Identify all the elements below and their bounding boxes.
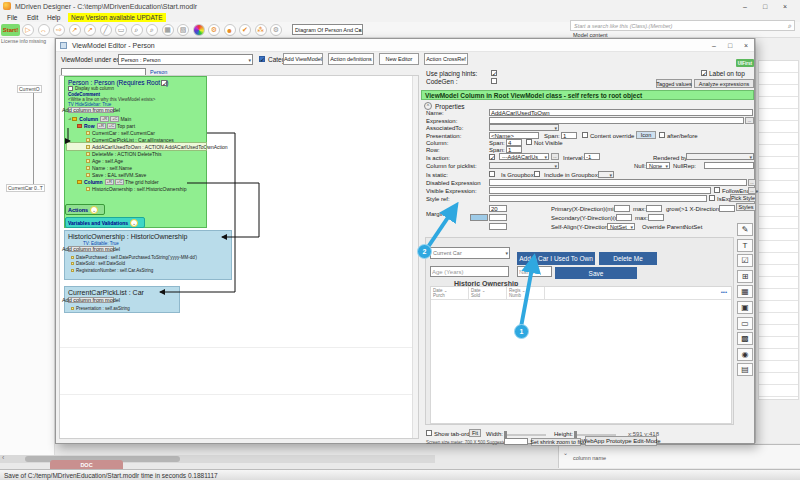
requires-root-checkbox[interactable]: [161, 80, 167, 86]
tree-item[interactable]: DeleteMe : ACTION DeleteThis: [67, 150, 206, 157]
picklist-panel[interactable]: CurrentCarPickList : Car Add column from…: [64, 286, 180, 313]
secondary-min-input[interactable]: [616, 214, 632, 221]
app-close-button[interactable]: ×: [777, 1, 793, 11]
editor-maximize-button[interactable]: □: [722, 40, 738, 50]
canvas-vscrollbar[interactable]: [412, 76, 418, 438]
search-box[interactable]: Start a search like this (Class).(Member…: [570, 20, 795, 31]
nullrep-input[interactable]: [704, 162, 754, 169]
button-icon[interactable]: ▭: [737, 317, 753, 330]
follow-enable-checkbox[interactable]: [714, 187, 720, 193]
add-column-badge[interactable]: +C: [107, 123, 116, 129]
zoom-out-icon[interactable]: ⌕: [146, 24, 158, 36]
secondary-max-input[interactable]: [648, 214, 664, 221]
network-icon[interactable]: ⁂: [255, 24, 267, 36]
image-icon[interactable]: ▩: [737, 332, 753, 345]
variables-expander-icon[interactable]: ⌄: [130, 219, 138, 227]
tree-item[interactable]: HistoricOwnership : self.HistoricOwnersh…: [67, 185, 206, 192]
editor-minimize-button[interactable]: –: [706, 40, 722, 50]
combobox-icon[interactable]: ⊞: [737, 270, 753, 283]
color-wheel-icon[interactable]: [193, 24, 205, 36]
text-icon[interactable]: T: [737, 239, 753, 252]
action-definitions-button[interactable]: Action definitions: [328, 53, 374, 65]
add-viewmodel-button[interactable]: Add ViewModel: [283, 53, 323, 65]
tree-item[interactable]: CurrentCarPickList : Car.allInstances: [67, 136, 206, 143]
tree-item[interactable]: Name : self.Name: [67, 164, 206, 171]
update-banner[interactable]: New Version available UPDATE: [68, 13, 166, 22]
start-button[interactable]: Start!: [1, 24, 20, 36]
menu-help[interactable]: Help: [47, 14, 60, 21]
app-maximize-button[interactable]: □: [757, 1, 773, 11]
column-dropdown-icon[interactable]: ⌄: [563, 449, 568, 456]
grid-column-header[interactable]: Regis ⌄Numb: [507, 287, 545, 299]
include-groupbox-combo[interactable]: [598, 171, 614, 178]
tree-expander-icon[interactable]: ⊿: [68, 116, 71, 121]
picklist-combo[interactable]: [489, 162, 559, 169]
use-placing-hints-checkbox[interactable]: [491, 70, 497, 76]
action-ellipsis-button[interactable]: ...: [551, 153, 559, 160]
rendered-by-combo[interactable]: [686, 153, 754, 160]
camera-icon[interactable]: ◉: [737, 348, 753, 361]
is-static-checkbox[interactable]: [489, 171, 495, 177]
margin-right-input[interactable]: [489, 214, 507, 221]
diagram-selector[interactable]: Diagram Of Person And Car: [292, 24, 363, 35]
grid-column-header[interactable]: Date ⌄Sold: [469, 287, 507, 299]
picklist-add-column-button[interactable]: Add column from model: [68, 297, 114, 303]
add-row-badge[interactable]: +R: [100, 116, 109, 122]
fit-button[interactable]: Fit: [469, 429, 481, 437]
styles-button[interactable]: Styles: [736, 203, 756, 211]
scroll-left-icon[interactable]: ‹: [2, 454, 4, 461]
grid-icon[interactable]: ▦: [162, 24, 174, 36]
under-edit-combo[interactable]: Person : Person: [118, 54, 253, 65]
run-play-icon[interactable]: ▷: [22, 24, 34, 36]
add-row-badge[interactable]: +R: [97, 123, 106, 129]
show-tab-order-checkbox[interactable]: [426, 430, 432, 436]
root-viewmodel-panel[interactable]: Person : Person (Requires Root) Display …: [64, 76, 207, 228]
not-visible-checkbox[interactable]: [526, 139, 532, 145]
display-sub-column-checkbox[interactable]: [68, 86, 73, 91]
name-preview-input[interactable]: [517, 266, 552, 277]
primary-min-input[interactable]: [614, 205, 630, 212]
margin-bottom-input[interactable]: [489, 223, 507, 230]
delete-me-button[interactable]: Delete Me: [599, 252, 657, 265]
age-input[interactable]: [430, 266, 509, 277]
presentation-input[interactable]: [489, 132, 539, 139]
self-align-combo[interactable]: NotSet: [607, 223, 635, 230]
gears-icon[interactable]: ⚙: [208, 24, 220, 36]
margin-left-input[interactable]: [470, 214, 488, 221]
contact-card-icon[interactable]: ▣: [737, 301, 753, 314]
categ-checkbox[interactable]: [259, 56, 265, 62]
zoom-in-icon[interactable]: ⌕: [131, 24, 143, 36]
suggested-zoom-input[interactable]: [504, 438, 528, 445]
table-export-icon[interactable]: ▧: [177, 24, 189, 36]
properties-expander[interactable]: ^: [424, 102, 432, 110]
tree-item[interactable]: ⊿Column+R+CMain: [67, 115, 206, 122]
null-combo[interactable]: None: [646, 162, 670, 169]
webapp-prototype-button[interactable]: WebApp Prototype Edit-Mode: [585, 436, 657, 446]
grid-column-header[interactable]: Date ⌄Purch: [431, 287, 469, 299]
person-icon[interactable]: ☻: [224, 24, 236, 36]
label-on-top-checkbox[interactable]: [701, 70, 707, 76]
variables-box[interactable]: Variables and Validations ⌄: [65, 217, 145, 228]
historic-ownership-panel[interactable]: HistoricOwnership : HistoricOwnership TV…: [64, 230, 232, 280]
tree-item[interactable]: Save : EAL selfVM.Save: [67, 171, 206, 178]
settings-gear-icon[interactable]: ⚙: [270, 24, 282, 36]
tagged-values-button[interactable]: Tagged values: [656, 79, 692, 88]
visible-ellipsis-button[interactable]: ...: [748, 187, 756, 194]
search-icon[interactable]: ⌕: [788, 22, 792, 30]
associated-to-combo[interactable]: [489, 124, 559, 131]
add-column-button[interactable]: Add column from model: [68, 107, 114, 113]
style-ref-input[interactable]: [489, 195, 707, 202]
add-column-badge[interactable]: +C: [110, 116, 119, 122]
actions-expander-icon[interactable]: ⌄: [90, 206, 98, 214]
tree-item[interactable]: Row+R+CTop part: [67, 122, 206, 129]
analyze-expressions-button[interactable]: Analyze expressions: [694, 79, 754, 88]
codegen-checkbox[interactable]: [491, 78, 497, 84]
check-circle-icon[interactable]: ✔: [239, 24, 251, 36]
is-groupbox-checkbox[interactable]: [534, 171, 540, 177]
edit-pencil-icon[interactable]: ✎: [737, 223, 753, 236]
action-crossref-button[interactable]: Action CrossRef: [424, 53, 468, 65]
expression-ellipsis-button[interactable]: ...: [745, 117, 754, 124]
interval-input[interactable]: [584, 153, 600, 160]
disabled-expression-input[interactable]: [489, 179, 747, 186]
column-span-input[interactable]: [506, 139, 522, 146]
